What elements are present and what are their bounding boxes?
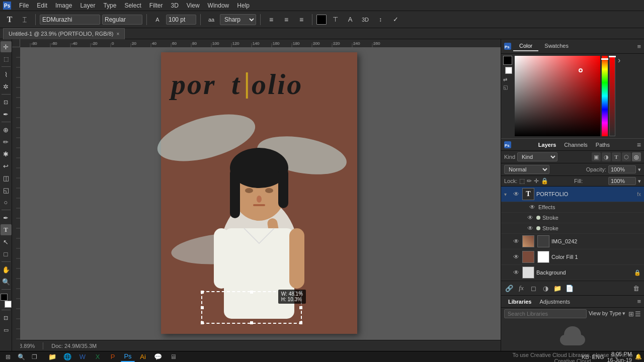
selection-marquee[interactable]: W: 48.1% H: 10.3% (201, 291, 302, 324)
taskbar-app-excel[interactable]: X (91, 352, 105, 362)
move-tool[interactable]: ✛ (1, 41, 12, 52)
background-color-swatch[interactable] (5, 301, 12, 308)
grid-view-btn[interactable]: ⊞ (628, 310, 634, 318)
menu-image[interactable]: Image (51, 1, 76, 10)
aa-mode-select[interactable]: SharpCrispStrongSmooth (220, 14, 256, 25)
lock-image-icon[interactable]: ✏ (527, 177, 532, 185)
start-btn[interactable]: ⊞ (2, 352, 14, 362)
menu-view[interactable]: View (183, 1, 204, 10)
new-layer-btn[interactable]: 📄 (565, 283, 575, 293)
dodge-tool[interactable]: ○ (1, 197, 12, 208)
layer-item-img0242[interactable]: ▾ 👁 IMG_0242 (501, 234, 644, 249)
hue-strip[interactable] (602, 56, 608, 136)
menu-layer[interactable]: Layer (76, 1, 99, 10)
menu-filter[interactable]: Filter (145, 1, 167, 10)
list-view-btn[interactable]: ☰ (635, 310, 641, 318)
libraries-menu-btn[interactable]: ≡ (637, 298, 641, 305)
blend-mode-select[interactable]: NormalMultiplyScreenOverlay (504, 165, 549, 174)
magic-wand-tool[interactable]: ✲ (1, 81, 12, 92)
taskbar-app-illustrator[interactable]: Ai (136, 352, 150, 362)
layer-vis-stroke1[interactable]: 👁 (526, 214, 534, 222)
foreground-color-swatch[interactable] (1, 294, 8, 301)
tab-layers[interactable]: Layers (534, 141, 560, 149)
layer-fx-badge-portfolio[interactable]: fx (637, 192, 641, 197)
text-orientation-icon[interactable]: ⌶ (18, 13, 31, 26)
sel-handle-tl[interactable] (201, 291, 204, 294)
layer-sub-stroke1[interactable]: 👁 Stroke (501, 213, 644, 223)
add-layer-style-btn[interactable]: fx (516, 283, 526, 293)
filter-smart-icon[interactable]: ◎ (632, 152, 641, 161)
background-swatch-color[interactable] (505, 67, 512, 74)
opacity-input[interactable] (608, 165, 636, 173)
fill-input[interactable] (608, 177, 636, 185)
healing-tool[interactable]: ⊕ (1, 124, 12, 135)
layer-visibility-img[interactable]: 👁 (512, 237, 520, 245)
menu-file[interactable]: File (15, 1, 33, 10)
tab-channels[interactable]: Channels (560, 141, 591, 149)
align-center-btn[interactable]: ≡ (280, 13, 293, 26)
eraser-tool[interactable]: ◫ (1, 172, 12, 184)
align-left-btn[interactable]: ≡ (265, 13, 278, 26)
tab-swatches[interactable]: Swatches (538, 41, 575, 51)
font-style-input[interactable] (102, 15, 142, 25)
tab-color[interactable]: Color (513, 41, 538, 51)
quick-mask-btn[interactable]: ⊡ (1, 312, 12, 323)
layer-item-background[interactable]: ▾ 👁 Background 🔒 (501, 265, 644, 281)
lock-position-icon[interactable]: ✛ (534, 177, 539, 185)
commit-btn[interactable]: ✓ (389, 13, 402, 26)
selection-tool[interactable]: ⬚ (1, 53, 12, 64)
history-brush-tool[interactable]: ↩ (1, 160, 12, 171)
tab-adjustments[interactable]: Adjustments (535, 298, 574, 306)
layer-expand-arrow-bg[interactable]: ▾ (504, 270, 510, 276)
delete-layer-btn[interactable]: 🗑 (631, 283, 641, 293)
brush-tool[interactable]: ✏ (1, 136, 12, 147)
tab-close-btn[interactable]: × (116, 31, 119, 37)
baseline-btn[interactable]: ↕ (374, 13, 387, 26)
warp-text-btn[interactable]: ⊤ (329, 13, 342, 26)
task-view-btn[interactable]: ❐ (28, 352, 40, 362)
layers-panel-menu-btn[interactable]: ≡ (637, 141, 641, 149)
default-colors-icon[interactable]: ◱ (503, 84, 513, 90)
sel-handle-br[interactable] (299, 321, 302, 324)
canvas-drawing-area[interactable]: por t | olio (20, 47, 501, 340)
text-tool-icon[interactable]: T (3, 13, 16, 26)
opacity-arrow[interactable]: ▾ (638, 166, 641, 173)
character-panel-btn[interactable]: A (344, 13, 357, 26)
link-layers-btn[interactable]: 🔗 (504, 283, 514, 293)
taskbar-app-chrome[interactable]: 🌐 (60, 352, 74, 362)
filter-kind-select[interactable]: KindNameEffectMode (517, 152, 557, 161)
foreground-swatch-color[interactable] (503, 56, 512, 65)
layer-item-portfolio[interactable]: ▾ 👁 T PORTFOLIO fx (501, 187, 644, 202)
lasso-tool[interactable]: ⌇ (1, 69, 12, 80)
sel-handle-bl[interactable] (201, 321, 204, 324)
layer-item-colorfill[interactable]: ▾ 👁 Color Fill 1 (501, 249, 644, 265)
menu-select[interactable]: Select (120, 1, 145, 10)
layer-visibility-portfolio[interactable]: 👁 (512, 190, 520, 198)
menu-help[interactable]: Help (233, 1, 254, 10)
filter-text-icon[interactable]: T (612, 152, 621, 161)
document-canvas[interactable]: por t | olio (161, 52, 357, 334)
add-group-btn[interactable]: 📁 (552, 283, 562, 293)
taskbar-app-word[interactable]: W (75, 352, 90, 362)
layer-vis-stroke2[interactable]: 👁 (526, 224, 534, 232)
taskbar-app-explorer[interactable]: 📁 (45, 352, 59, 362)
text-tool[interactable]: T (1, 224, 12, 235)
tab-paths[interactable]: Paths (592, 141, 614, 149)
add-mask-btn[interactable]: ◻ (528, 283, 538, 293)
tab-libraries[interactable]: Libraries (504, 298, 535, 306)
color-spectrum-gradient[interactable] (515, 56, 600, 136)
screen-mode-btn[interactable]: ▭ (1, 324, 12, 335)
lock-all-icon[interactable]: 🔒 (541, 177, 548, 185)
layer-sub-stroke2[interactable]: 👁 Stroke (501, 223, 644, 234)
path-selection-tool[interactable]: ↖ (1, 236, 12, 247)
layer-visibility-bg[interactable]: 👁 (512, 268, 520, 277)
layer-sub-effects[interactable]: 👁 Effects (501, 202, 644, 213)
sel-handle-bm[interactable] (250, 321, 253, 324)
layer-expand-arrow-portfolio[interactable]: ▾ (504, 192, 510, 197)
crop-tool[interactable]: ⊡ (1, 97, 12, 108)
alpha-strip[interactable] (609, 56, 615, 136)
filter-adj-icon[interactable]: ◑ (602, 152, 611, 161)
filter-pixel-icon[interactable]: ▣ (592, 152, 601, 161)
layer-vis-effects[interactable]: 👁 (528, 203, 536, 211)
menu-3d[interactable]: 3D (167, 1, 182, 10)
